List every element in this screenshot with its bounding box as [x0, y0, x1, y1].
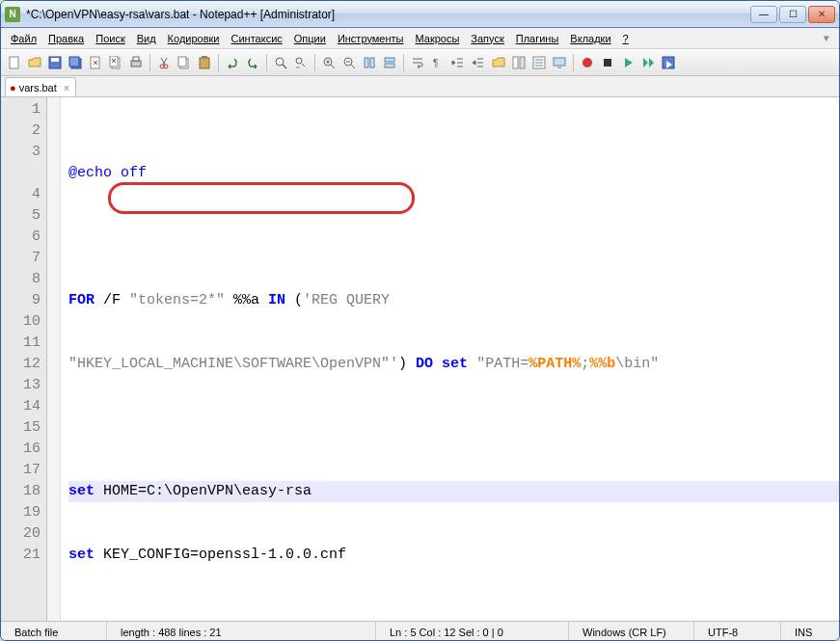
func-list-icon[interactable]	[529, 53, 549, 72]
svg-point-27	[583, 58, 592, 67]
modified-indicator-icon: ●	[10, 82, 16, 93]
new-file-icon[interactable]	[5, 53, 24, 72]
menu-macros[interactable]: Макросы	[409, 30, 465, 47]
show-all-icon[interactable]: ¶	[428, 53, 447, 72]
redo-icon[interactable]	[243, 53, 262, 72]
menu-view[interactable]: Вид	[131, 30, 162, 47]
replace-icon[interactable]	[291, 53, 311, 72]
fold-margin	[47, 97, 61, 621]
svg-point-14	[276, 58, 284, 66]
cut-icon[interactable]	[154, 53, 174, 72]
svg-rect-0	[10, 57, 18, 68]
menu-search[interactable]: Поиск	[90, 30, 130, 47]
annotation-highlight	[108, 182, 415, 214]
find-icon[interactable]	[271, 53, 290, 72]
svg-rect-21	[385, 64, 394, 67]
indent-icon[interactable]	[448, 53, 468, 72]
menu-syntax[interactable]: Синтаксис	[226, 30, 288, 47]
window-title: *C:\OpenVPN\easy-rsa\vars.bat - Notepad+…	[26, 8, 750, 21]
app-window: N *C:\OpenVPN\easy-rsa\vars.bat - Notepa…	[0, 0, 840, 641]
svg-rect-11	[178, 57, 186, 67]
undo-icon[interactable]	[223, 53, 242, 72]
tabstrip: ● vars.bat ×	[1, 76, 839, 97]
svg-rect-12	[200, 58, 209, 68]
svg-rect-20	[385, 58, 394, 62]
menu-options[interactable]: Опции	[288, 30, 332, 47]
save-icon[interactable]	[45, 53, 65, 72]
tab-label: vars.bat	[19, 82, 57, 93]
zoom-in-icon[interactable]	[319, 53, 339, 72]
tab-vars-bat[interactable]: ● vars.bat ×	[5, 77, 76, 96]
titlebar[interactable]: N *C:\OpenVPN\easy-rsa\vars.bat - Notepa…	[1, 1, 839, 28]
macro-play-multi-icon[interactable]	[638, 53, 658, 72]
status-encoding[interactable]: UTF-8	[694, 622, 781, 641]
monitor-icon[interactable]	[550, 53, 569, 72]
doc-map-icon[interactable]	[509, 53, 528, 72]
tab-close-icon[interactable]: ×	[64, 82, 69, 93]
status-eol[interactable]: Windows (CR LF)	[569, 622, 694, 641]
paste-icon[interactable]	[195, 53, 214, 72]
svg-point-15	[296, 58, 302, 64]
status-insert-mode[interactable]: INS	[781, 622, 839, 641]
svg-rect-19	[370, 58, 374, 67]
wordwrap-icon[interactable]	[408, 53, 427, 72]
app-icon: N	[5, 7, 20, 22]
menu-file[interactable]: Файл	[5, 30, 42, 47]
menu-run[interactable]: Запуск	[465, 30, 509, 47]
macro-rec-icon[interactable]	[578, 53, 597, 72]
svg-rect-24	[520, 57, 525, 68]
svg-rect-28	[604, 59, 611, 67]
sync-h-icon[interactable]	[380, 53, 399, 72]
editor: 1 2 3 4 5 6 7 8 9 10 11 12 13 14 15 16 1…	[1, 97, 839, 621]
statusbar: Batch file length : 488 lines : 21 Ln : …	[1, 621, 839, 641]
close-all-icon[interactable]	[106, 53, 125, 72]
menu-help[interactable]: ?	[617, 30, 635, 47]
menu-encoding[interactable]: Кодировки	[162, 30, 226, 47]
outdent-icon[interactable]	[469, 53, 488, 72]
svg-rect-9	[133, 57, 139, 61]
line-number-gutter: 1 2 3 4 5 6 7 8 9 10 11 12 13 14 15 16 1…	[1, 97, 47, 621]
svg-rect-26	[554, 58, 565, 66]
svg-rect-8	[131, 61, 141, 67]
macro-play-icon[interactable]	[618, 53, 637, 72]
menu-edit[interactable]: Правка	[42, 30, 90, 47]
svg-rect-23	[513, 57, 518, 68]
open-file-icon[interactable]	[25, 53, 44, 72]
svg-text:¶: ¶	[433, 58, 438, 68]
status-length: length : 488 lines : 21	[107, 622, 376, 641]
folder-icon[interactable]	[489, 53, 508, 72]
macro-stop-icon[interactable]	[598, 53, 617, 72]
menu-tools[interactable]: Инструменты	[332, 30, 410, 47]
menu-tabs[interactable]: Вкладки	[564, 30, 616, 47]
menu-extra[interactable]: ▾	[818, 29, 835, 47]
window-controls: — ☐ ✕	[750, 6, 835, 23]
menubar: Файл Правка Поиск Вид Кодировки Синтакси…	[1, 28, 839, 49]
print-icon[interactable]	[126, 53, 146, 72]
maximize-button[interactable]: ☐	[779, 6, 806, 23]
minimize-button[interactable]: —	[750, 6, 777, 23]
close-file-icon[interactable]	[86, 53, 105, 72]
svg-rect-2	[51, 58, 59, 62]
copy-icon[interactable]	[175, 53, 194, 72]
sync-v-icon[interactable]	[360, 53, 379, 72]
svg-rect-4	[69, 57, 79, 67]
zoom-out-icon[interactable]	[339, 53, 359, 72]
menu-plugins[interactable]: Плагины	[510, 30, 565, 47]
code-area[interactable]: @echo off FOR /F "tokens=2*" %%a IN ('RE…	[61, 97, 839, 621]
status-filetype: Batch file	[1, 622, 107, 641]
macro-save-icon[interactable]	[659, 53, 678, 72]
toolbar: ¶	[1, 49, 839, 76]
status-position: Ln : 5 Col : 12 Sel : 0 | 0	[376, 622, 569, 641]
save-all-icon[interactable]	[66, 53, 85, 72]
svg-rect-13	[202, 56, 207, 59]
close-button[interactable]: ✕	[808, 6, 835, 23]
svg-rect-18	[365, 58, 368, 67]
